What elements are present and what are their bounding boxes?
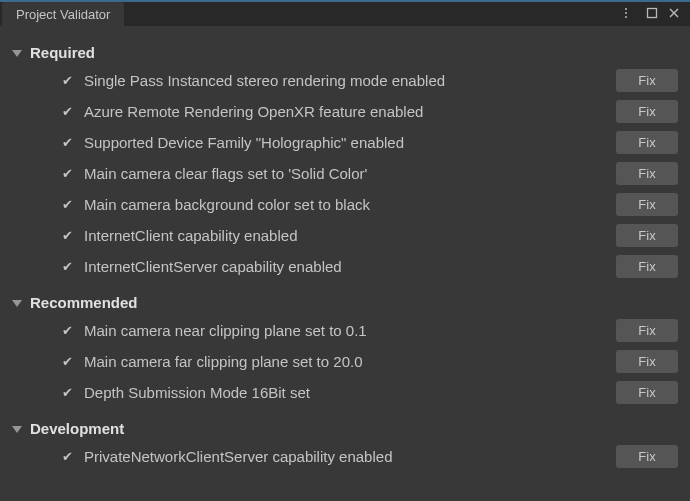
validator-window: Project Validator Required✔Single Pass I… [0,0,690,501]
section-header-required[interactable]: Required [10,40,680,65]
check-icon: ✔ [58,385,76,400]
check-icon: ✔ [58,73,76,88]
check-icon: ✔ [58,197,76,212]
svg-point-0 [625,8,627,10]
validator-item: ✔Main camera near clipping plane set to … [10,315,680,346]
item-label: InternetClient capability enabled [84,227,616,244]
validator-item: ✔Main camera far clipping plane set to 2… [10,346,680,377]
menu-icon[interactable] [622,5,638,21]
item-label: Supported Device Family "Holographic" en… [84,134,616,151]
fix-button[interactable]: Fix [616,69,678,92]
item-label: Main camera near clipping plane set to 0… [84,322,616,339]
validator-item: ✔Main camera background color set to bla… [10,189,680,220]
svg-rect-3 [648,9,657,18]
svg-marker-6 [12,50,22,57]
fix-button[interactable]: Fix [616,319,678,342]
fix-button[interactable]: Fix [616,224,678,247]
check-icon: ✔ [58,449,76,464]
section-header-recommended[interactable]: Recommended [10,290,680,315]
validator-item: ✔Azure Remote Rendering OpenXR feature e… [10,96,680,127]
section-required: Required✔Single Pass Instanced stereo re… [10,40,680,282]
check-icon: ✔ [58,259,76,274]
svg-point-2 [625,16,627,18]
content-area: Required✔Single Pass Instanced stereo re… [0,26,690,501]
fix-button[interactable]: Fix [616,131,678,154]
check-icon: ✔ [58,323,76,338]
chevron-down-icon [10,46,24,60]
validator-item: ✔Depth Submission Mode 16Bit setFix [10,377,680,408]
validator-item: ✔Supported Device Family "Holographic" e… [10,127,680,158]
fix-button[interactable]: Fix [616,193,678,216]
tab-bar: Project Validator [0,0,690,26]
fix-button[interactable]: Fix [616,381,678,404]
item-label: Depth Submission Mode 16Bit set [84,384,616,401]
item-label: Azure Remote Rendering OpenXR feature en… [84,103,616,120]
validator-item: ✔Single Pass Instanced stereo rendering … [10,65,680,96]
item-label: Main camera clear flags set to 'Solid Co… [84,165,616,182]
fix-button[interactable]: Fix [616,350,678,373]
validator-item: ✔InternetClient capability enabledFix [10,220,680,251]
svg-point-1 [625,12,627,14]
section-title: Recommended [30,294,138,311]
check-icon: ✔ [58,228,76,243]
svg-marker-7 [12,300,22,307]
check-icon: ✔ [58,354,76,369]
check-icon: ✔ [58,135,76,150]
tab-label: Project Validator [16,7,110,22]
section-title: Required [30,44,95,61]
validator-item: ✔InternetClientServer capability enabled… [10,251,680,282]
section-development: Development✔PrivateNetworkClientServer c… [10,416,680,472]
item-label: Main camera far clipping plane set to 20… [84,353,616,370]
check-icon: ✔ [58,104,76,119]
fix-button[interactable]: Fix [616,162,678,185]
chevron-down-icon [10,296,24,310]
maximize-icon[interactable] [644,5,660,21]
fix-button[interactable]: Fix [616,100,678,123]
section-title: Development [30,420,124,437]
svg-marker-8 [12,426,22,433]
chevron-down-icon [10,422,24,436]
check-icon: ✔ [58,166,76,181]
item-label: Single Pass Instanced stereo rendering m… [84,72,616,89]
section-recommended: Recommended✔Main camera near clipping pl… [10,290,680,408]
item-label: PrivateNetworkClientServer capability en… [84,448,616,465]
item-label: Main camera background color set to blac… [84,196,616,213]
validator-item: ✔PrivateNetworkClientServer capability e… [10,441,680,472]
section-header-development[interactable]: Development [10,416,680,441]
fix-button[interactable]: Fix [616,255,678,278]
validator-item: ✔Main camera clear flags set to 'Solid C… [10,158,680,189]
fix-button[interactable]: Fix [616,445,678,468]
window-controls [622,2,690,21]
close-icon[interactable] [666,5,682,21]
tab-project-validator[interactable]: Project Validator [2,2,124,26]
item-label: InternetClientServer capability enabled [84,258,616,275]
